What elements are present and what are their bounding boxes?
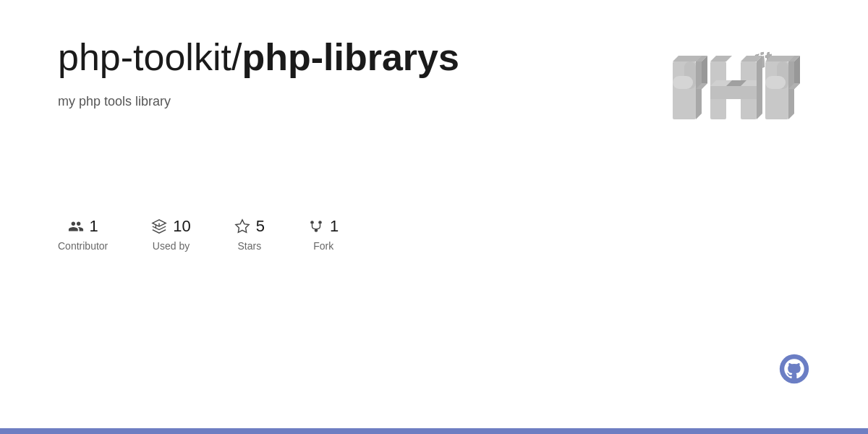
github-icon[interactable] [778,353,810,385]
svg-point-31 [318,221,322,224]
repo-description: my php tools library [58,94,492,109]
php-kit-logo: Kit [665,33,810,156]
stars-count: 5 [256,217,265,236]
stats-row: 1 Contributor 10 [58,217,810,252]
stars-label: Stars [238,240,262,252]
bottom-bar [0,428,868,434]
stat-used-by[interactable]: 10 Used by [151,217,190,252]
page-container: php-toolkit/php-librarys my php tools li… [0,0,868,434]
used-by-label: Used by [153,240,190,252]
svg-rect-4 [673,76,693,89]
star-icon [234,218,250,234]
svg-rect-21 [765,76,786,89]
used-by-count: 10 [173,217,190,236]
repo-owner[interactable]: php-toolkit/ [58,36,242,78]
repo-header: php-toolkit/php-librarys my php tools li… [58,36,810,159]
contributor-label: Contributor [58,240,108,252]
package-icon [151,218,167,234]
svg-rect-12 [710,86,757,99]
fork-icon [308,218,324,234]
main-content: php-toolkit/php-librarys my php tools li… [0,0,868,428]
svg-point-35 [780,354,809,383]
svg-marker-16 [757,56,762,119]
fork-count: 1 [330,217,339,236]
repo-name[interactable]: php-librarys [242,36,459,78]
repo-logo: Kit [665,29,810,159]
svg-marker-13 [710,56,732,61]
fork-label: Fork [313,240,333,252]
people-icon [68,218,84,234]
stat-stars[interactable]: 5 Stars [234,217,265,252]
svg-marker-29 [236,220,249,232]
svg-point-30 [310,221,314,224]
repo-title: php-toolkit/php-librarys [58,36,492,80]
contributor-count: 1 [90,217,98,236]
stat-fork[interactable]: 1 Fork [308,217,339,252]
repo-title-section: php-toolkit/php-librarys my php tools li… [58,36,492,109]
stat-contributor[interactable]: 1 Contributor [58,217,108,252]
